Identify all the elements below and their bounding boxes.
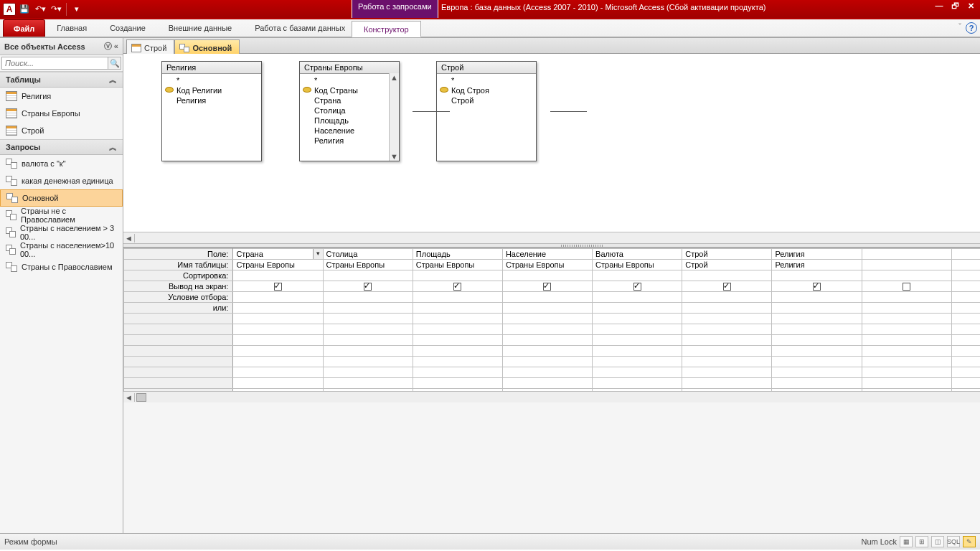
field-item[interactable]: Площадь [301, 116, 397, 126]
grid-empty-cell[interactable] [323, 367, 413, 378]
grid-sort-cell[interactable] [682, 270, 772, 281]
grid-empty-cell[interactable] [323, 335, 413, 346]
grid-show-cell[interactable] [233, 281, 323, 292]
grid-table-cell[interactable]: Страны Европы [502, 260, 592, 270]
grid-empty-cell[interactable] [502, 357, 592, 367]
tab-create[interactable]: Создание [98, 20, 157, 37]
grid-sort-cell[interactable] [323, 270, 413, 281]
group-tables[interactable]: Таблицы ︽ [0, 72, 123, 88]
field-item[interactable]: Религия [301, 136, 397, 146]
field-item[interactable]: * [301, 75, 397, 85]
undo-icon[interactable]: ↶▾ [33, 2, 47, 17]
view-pivottable-icon[interactable]: ⊞ [915, 536, 928, 547]
grid-empty-cell[interactable] [772, 389, 862, 392]
grid-empty-cell[interactable] [862, 335, 951, 346]
table-box-scrollbar[interactable]: ▲▼ [389, 73, 399, 161]
grid-empty-cell[interactable] [502, 367, 592, 378]
minimize-icon[interactable]: — [933, 1, 946, 11]
grid-field-cell[interactable]: Религия [772, 249, 862, 260]
nav-table-item[interactable]: Строй [0, 122, 123, 139]
grid-empty-cell[interactable] [233, 346, 323, 357]
grid-horizontal-scrollbar[interactable]: ◄ ► [123, 391, 980, 402]
scroll-thumb[interactable] [136, 393, 146, 402]
grid-empty-cell[interactable] [862, 314, 951, 324]
grid-criteria-cell[interactable] [682, 292, 772, 303]
grid-empty-cell[interactable] [502, 314, 592, 324]
grid-empty-cell[interactable] [951, 367, 980, 378]
ribbon-minimize-icon[interactable]: ˇ [958, 22, 961, 34]
grid-empty-cell[interactable] [951, 357, 980, 367]
grid-empty-cell[interactable] [233, 389, 323, 392]
grid-empty-cell[interactable] [862, 389, 951, 392]
nav-query-item[interactable]: валюта с "к" [0, 155, 123, 172]
grid-empty-cell[interactable] [413, 314, 502, 324]
table-box[interactable]: Строй*Код СтрояСтрой [436, 61, 537, 161]
grid-or-cell[interactable] [862, 303, 951, 314]
grid-empty-cell[interactable] [502, 335, 592, 346]
grid-empty-cell[interactable] [323, 357, 413, 367]
checkbox-icon[interactable] [274, 283, 282, 291]
grid-empty-cell[interactable] [682, 324, 772, 335]
nav-table-item[interactable]: Страны Европы [0, 105, 123, 122]
tab-database-tools[interactable]: Работа с базами данных [243, 20, 357, 37]
dropdown-icon[interactable]: ▾ [313, 249, 323, 259]
grid-show-cell[interactable] [502, 281, 592, 292]
grid-table-cell[interactable]: Страны Европы [413, 260, 502, 270]
grid-empty-cell[interactable] [682, 357, 772, 367]
checkbox-icon[interactable] [453, 283, 461, 291]
nav-query-item[interactable]: Основной [0, 189, 123, 207]
nav-search-input[interactable] [1, 57, 108, 70]
grid-table-cell[interactable]: Страны Европы [323, 260, 413, 270]
grid-empty-cell[interactable] [862, 357, 951, 367]
grid-or-cell[interactable] [233, 303, 323, 314]
grid-empty-cell[interactable] [682, 335, 772, 346]
checkbox-icon[interactable] [543, 283, 551, 291]
grid-empty-cell[interactable] [862, 378, 951, 389]
grid-empty-cell[interactable] [413, 324, 502, 335]
grid-empty-cell[interactable] [951, 335, 980, 346]
grid-table-cell[interactable] [951, 260, 980, 270]
grid-empty-cell[interactable] [951, 378, 980, 389]
nav-header-arrows[interactable]: ⓥ « [104, 41, 118, 52]
grid-empty-cell[interactable] [593, 357, 682, 367]
grid-or-cell[interactable] [682, 303, 772, 314]
grid-empty-cell[interactable] [233, 367, 323, 378]
checkbox-icon[interactable] [723, 283, 731, 291]
field-item[interactable]: Столица [301, 105, 397, 116]
grid-empty-cell[interactable] [233, 378, 323, 389]
tab-external-data[interactable]: Внешние данные [157, 20, 243, 37]
grid-empty-cell[interactable] [593, 324, 682, 335]
grid-empty-cell[interactable] [233, 314, 323, 324]
grid-table-cell[interactable]: Строй [682, 260, 772, 270]
grid-sort-cell[interactable] [502, 270, 592, 281]
query-designer-upper[interactable]: Строй*Код СтрояСтройСтраны Европы*Код Ст… [123, 54, 980, 243]
grid-empty-cell[interactable] [233, 335, 323, 346]
table-box[interactable]: Страны Европы*Код СтраныСтранаСтолицаПло… [299, 61, 400, 161]
field-item[interactable]: Код Страны [301, 85, 397, 95]
grid-criteria-cell[interactable] [323, 292, 413, 303]
nav-query-item[interactable]: Страны с населением>10 00... [0, 241, 123, 258]
field-item[interactable]: Страна [301, 95, 397, 105]
grid-empty-cell[interactable] [323, 378, 413, 389]
grid-field-cell[interactable] [862, 249, 951, 260]
grid-empty-cell[interactable] [951, 324, 980, 335]
grid-empty-cell[interactable] [502, 346, 592, 357]
grid-show-cell[interactable] [862, 281, 951, 292]
tab-home[interactable]: Главная [45, 20, 98, 37]
grid-empty-cell[interactable] [502, 324, 592, 335]
scroll-left-icon[interactable]: ◄ [123, 393, 135, 402]
grid-empty-cell[interactable] [682, 314, 772, 324]
grid-empty-cell[interactable] [862, 346, 951, 357]
grid-show-cell[interactable] [682, 281, 772, 292]
grid-sort-cell[interactable] [413, 270, 502, 281]
grid-show-cell[interactable] [593, 281, 682, 292]
field-item[interactable]: Религия [164, 95, 260, 105]
grid-empty-cell[interactable] [862, 367, 951, 378]
close-icon[interactable]: ✕ [964, 1, 977, 11]
group-queries[interactable]: Запросы ︽ [0, 139, 123, 155]
grid-sort-cell[interactable] [862, 270, 951, 281]
field-item[interactable]: Население [301, 126, 397, 136]
grid-field-cell[interactable]: Строй [682, 249, 772, 260]
field-item[interactable]: Код Религии [164, 85, 260, 95]
grid-empty-cell[interactable] [682, 346, 772, 357]
